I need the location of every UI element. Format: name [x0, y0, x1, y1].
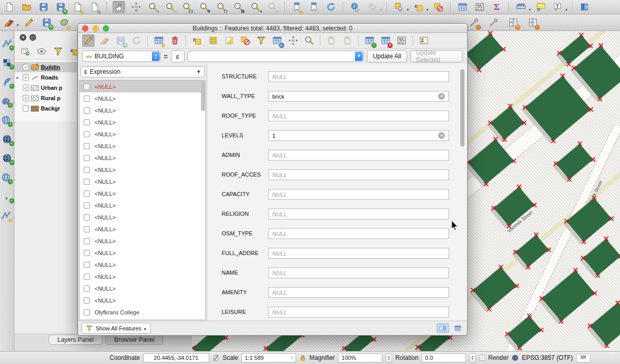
- feature-checkbox[interactable]: [84, 250, 90, 256]
- refresh-map-button[interactable]: [324, 1, 337, 13]
- feature-checkbox[interactable]: [84, 214, 90, 220]
- current-edits-button[interactable]: ▾: [3, 17, 15, 29]
- feature-checkbox[interactable]: [84, 238, 90, 244]
- panel-close-button[interactable]: ✕: [20, 34, 26, 41]
- dlg-move-selection-top-button[interactable]: ▸: [271, 35, 283, 47]
- field-input-admin[interactable]: NULL: [268, 150, 449, 161]
- zoom-in-button[interactable]: +: [147, 1, 159, 13]
- select-by-expression-button[interactable]: ▾: [412, 1, 425, 13]
- feature-checkbox[interactable]: [84, 143, 90, 149]
- dlg-pan-to-selection-button[interactable]: [287, 35, 299, 47]
- show-statistics-button[interactable]: [490, 1, 503, 13]
- save-layer-edits-button[interactable]: ✎: [40, 17, 53, 29]
- crs-status[interactable]: EPSG:3857 (OTF): [522, 354, 573, 361]
- field-input-structure[interactable]: NULL: [268, 71, 449, 82]
- add-wcs-layer-button[interactable]: +: [1, 152, 13, 164]
- dialog-titlebar[interactable]: Buildings :: Features total: 4483, filte…: [78, 24, 467, 33]
- clear-field-icon[interactable]: ✕: [438, 132, 445, 139]
- layer-checkbox[interactable]: ✓: [23, 64, 29, 70]
- feature-list-item[interactable]: <NULL>: [80, 81, 205, 92]
- feature-list-item[interactable]: <NULL>: [80, 176, 205, 187]
- feature-checkbox[interactable]: [84, 274, 90, 280]
- field-input-capacity[interactable]: NULL: [268, 189, 449, 200]
- identify-features-button[interactable]: [349, 1, 361, 13]
- panel-float-button[interactable]: ▢: [29, 34, 36, 41]
- add-postgis-layer-button[interactable]: +▾: [0, 94, 12, 107]
- messages-button[interactable]: [576, 354, 591, 362]
- show-bookmarks-button[interactable]: [307, 1, 320, 13]
- field-input-religion[interactable]: NULL: [268, 209, 449, 219]
- feature-list-item[interactable]: <NULL>: [80, 294, 205, 306]
- update-all-button[interactable]: Update All: [367, 50, 407, 62]
- dlg-zoom-to-selection-button[interactable]: [303, 35, 315, 47]
- dlg-new-field-button[interactable]: +: [363, 35, 376, 47]
- dlg-filter-select-button[interactable]: [255, 35, 267, 47]
- table-view-button[interactable]: [452, 323, 464, 333]
- field-input-name[interactable]: NULL: [268, 267, 449, 278]
- feature-list-item[interactable]: <NULL>: [80, 223, 205, 235]
- minimize-window-button[interactable]: [92, 25, 99, 31]
- scale-combo[interactable]: 1:1 589 ▼: [241, 353, 296, 362]
- dlg-toggle-editing-button[interactable]: [82, 35, 95, 47]
- tab-layers-panel[interactable]: Layers Panel: [49, 335, 102, 345]
- zoom-full-button[interactable]: ⊞: [198, 1, 210, 13]
- add-spatialite-layer-button[interactable]: +▾: [0, 114, 12, 126]
- expression-dropdown-icon[interactable]: ▼: [355, 52, 363, 61]
- layer-item-urban-p[interactable]: ✓Urban p: [14, 83, 77, 93]
- feature-checkbox[interactable]: [84, 107, 90, 114]
- rotation-stepper[interactable]: ▲▼: [469, 353, 476, 362]
- field-input-leisure[interactable]: NULL: [268, 307, 449, 318]
- dlg-field-calculator-button[interactable]: [395, 35, 408, 47]
- add-raster-layer-button[interactable]: +: [1, 56, 13, 69]
- feature-checkbox[interactable]: [84, 262, 90, 268]
- expression-builder-button[interactable]: ε: [171, 50, 184, 62]
- update-expression-input[interactable]: ▼: [188, 51, 364, 62]
- pan-to-selection-button[interactable]: [130, 1, 142, 13]
- dlg-deselect-all-button[interactable]: [239, 35, 251, 47]
- text-annotation-button[interactable]: ▾: [551, 1, 564, 13]
- dlg-delete-selected-button[interactable]: [168, 35, 181, 47]
- save-project-as-button[interactable]: ✎: [54, 1, 67, 13]
- highlight-labels-button[interactable]: [487, 17, 500, 29]
- feature-list-item[interactable]: <NULL>: [80, 271, 205, 282]
- form-scrollbar[interactable]: [460, 69, 464, 147]
- show-hide-labels-button[interactable]: ✎: [507, 17, 519, 29]
- feature-list-item[interactable]: <NULL>: [80, 187, 205, 199]
- composer-manager-button[interactable]: ◎: [88, 1, 101, 13]
- feature-checkbox[interactable]: [84, 286, 90, 292]
- save-project-button[interactable]: [37, 1, 50, 13]
- feature-list-scrollbar[interactable]: [201, 81, 205, 111]
- feature-list-item[interactable]: <NULL>: [80, 116, 205, 128]
- field-select-combo[interactable]: abc BUILDING ▲▼: [82, 51, 161, 62]
- feature-checkbox[interactable]: [84, 155, 90, 161]
- feature-checkbox[interactable]: [84, 84, 90, 90]
- lock-scale-icon[interactable]: [299, 354, 306, 361]
- map-tips-button[interactable]: [534, 1, 547, 13]
- feature-list-sort-dropdown[interactable]: ε Expression ▼: [81, 66, 205, 77]
- zoom-last-button[interactable]: ◂: [249, 1, 261, 13]
- form-view-button[interactable]: [437, 323, 449, 333]
- add-vector-layer-button[interactable]: +: [1, 37, 13, 50]
- feature-checkbox[interactable]: [84, 167, 90, 173]
- feature-list-item[interactable]: <NULL>: [80, 259, 205, 271]
- expand-arrow-icon[interactable]: ▸: [17, 75, 21, 80]
- new-project-button[interactable]: [3, 1, 16, 13]
- feature-list-item[interactable]: <NULL>: [80, 128, 205, 140]
- feature-checkbox[interactable]: [84, 202, 90, 209]
- field-input-roof_acces[interactable]: NULL: [268, 169, 449, 180]
- dlg-select-all-button[interactable]: [207, 35, 219, 47]
- toggle-editing-button[interactable]: [23, 17, 35, 29]
- open-attribute-table-button[interactable]: [456, 1, 469, 13]
- dlg-delete-field-button[interactable]: ✕: [379, 35, 392, 47]
- layer-checkbox[interactable]: ✓: [23, 95, 29, 101]
- close-window-button[interactable]: [82, 25, 88, 31]
- zoom-out-button[interactable]: −: [164, 1, 176, 13]
- feature-list-item[interactable]: <NULL>: [80, 282, 205, 294]
- field-input-levels[interactable]: 1✕: [268, 130, 449, 141]
- feature-checkbox[interactable]: [84, 309, 90, 315]
- pin-labels-button[interactable]: +: [468, 17, 480, 29]
- help-button[interactable]: [578, 1, 591, 13]
- magnifier-stepper[interactable]: ▲▼: [385, 353, 392, 362]
- layer-item-roads[interactable]: ▸✓Roads: [14, 72, 77, 83]
- field-input-amenity[interactable]: NULL: [268, 287, 449, 298]
